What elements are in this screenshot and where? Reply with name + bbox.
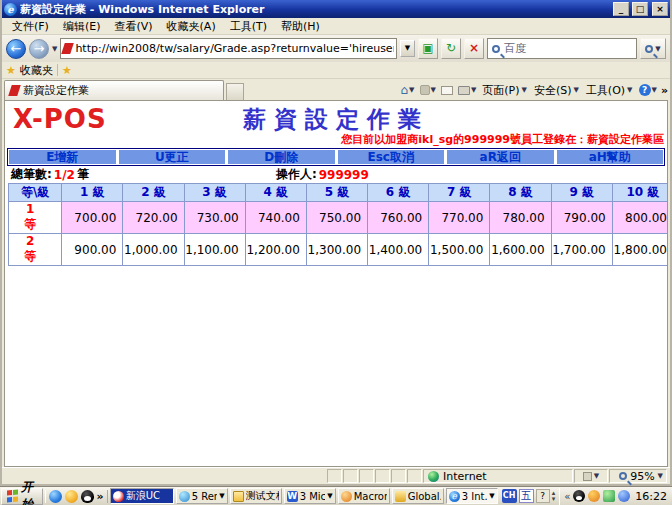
refresh-button[interactable]: ↻ xyxy=(441,38,461,59)
toolbar-button-2[interactable]: D刪除 xyxy=(228,150,335,164)
minimize-button[interactable]: _ xyxy=(613,2,629,16)
quick-launch-chevron[interactable]: » xyxy=(97,490,104,503)
page-title: 薪資設定作業 xyxy=(5,104,667,135)
column-header-4: 4 級 xyxy=(245,184,306,202)
tools-menu-button[interactable]: 工具(O)▼ xyxy=(584,83,635,98)
address-bar[interactable]: http://win2008/tw/salary/Grade.asp?retur… xyxy=(60,38,397,59)
taskbar-button-3[interactable]: W3 Mic...▼ xyxy=(284,488,336,504)
zone-label: Internet xyxy=(443,470,487,483)
home-button[interactable]: ⌂▼ xyxy=(399,83,415,97)
home-icon: ⌂ xyxy=(400,83,408,97)
toolbar-button-4[interactable]: aR返回 xyxy=(447,150,554,164)
system-tray: « 16:22 xyxy=(559,488,671,505)
table-row-0[interactable]: 1 等700.00720.00730.00740.00750.00760.007… xyxy=(9,202,669,234)
language-options-handle[interactable]: ▴▾ xyxy=(552,490,556,502)
print-button[interactable]: ▼ xyxy=(457,86,477,95)
menu-item-1[interactable]: 编辑(E) xyxy=(57,18,107,35)
tray-orange-icon[interactable] xyxy=(588,490,600,502)
url-text[interactable]: http://win2008/tw/salary/Grade.asp?retur… xyxy=(75,42,394,55)
toolbar-button-0[interactable]: E增新 xyxy=(9,150,116,164)
table-row-1[interactable]: 2 等900.001,000.001,100.001,200.001,300.0… xyxy=(9,234,669,266)
compatibility-view-icon[interactable]: ▣ xyxy=(418,38,438,59)
menu-item-5[interactable]: 帮助(H) xyxy=(275,18,326,35)
toolbar-button-5[interactable]: aH幫助 xyxy=(557,150,664,164)
tray-qq-icon[interactable] xyxy=(573,490,585,502)
quick-launch: » xyxy=(45,490,108,503)
safety-menu-button[interactable]: 安全(S)▼ xyxy=(532,83,581,98)
quick-launch-qq-icon[interactable] xyxy=(81,490,94,503)
value-cell-0: 900.00 xyxy=(62,234,123,266)
taskbar-button-5[interactable]: Global... xyxy=(392,488,444,504)
new-tab-button[interactable] xyxy=(226,83,244,100)
search-go-button[interactable]: ▼ xyxy=(640,38,666,59)
status-cell xyxy=(375,469,390,483)
page-menu-button[interactable]: 页面(P)▼ xyxy=(480,83,529,98)
search-input[interactable]: 百度 xyxy=(487,38,637,59)
taskbar-button-6[interactable]: e3 Int...▼ xyxy=(446,488,498,504)
tab-salary-setting[interactable]: 薪資設定作業 xyxy=(4,80,224,100)
value-cell-9: 800.00 xyxy=(612,202,668,234)
search-options-icon[interactable]: ▼ xyxy=(655,45,660,53)
history-dropdown-icon[interactable]: ▼ xyxy=(52,45,57,53)
taskbar-button-0[interactable]: 新浪UC xyxy=(110,488,174,504)
favorites-button[interactable]: 收藏夹 xyxy=(20,63,53,78)
forward-button[interactable]: → xyxy=(29,39,49,59)
menu-item-2[interactable]: 查看(V) xyxy=(108,18,158,35)
tray-green-icon[interactable] xyxy=(603,490,615,502)
tray-blue-icon[interactable] xyxy=(618,490,630,502)
taskbar-button-label: Global... xyxy=(408,491,441,502)
command-overflow-chevron[interactable]: » xyxy=(661,84,668,97)
menu-item-3[interactable]: 收藏夹(A) xyxy=(161,18,222,35)
tab-bar: 薪資設定作業 ⌂▼ ▼ ▼ 页面(P)▼ 安全(S)▼ 工具(O)▼ ?▼ » xyxy=(2,79,670,100)
column-header-2: 2 級 xyxy=(123,184,184,202)
taskbar-button-2[interactable]: 测试文档 xyxy=(230,488,282,504)
feeds-button[interactable]: ▼ xyxy=(419,85,437,95)
maximize-button[interactable]: □ xyxy=(632,2,648,16)
macromedia-icon xyxy=(341,491,352,502)
grade-cell: 1 等 xyxy=(9,202,62,234)
search-icon xyxy=(492,45,500,53)
start-button[interactable]: 开始 xyxy=(1,488,43,505)
print-dropdown-icon[interactable]: ▼ xyxy=(471,86,476,94)
read-mail-button[interactable] xyxy=(440,86,454,95)
taskbar-button-1[interactable]: 5 Rem...▼ xyxy=(176,488,228,504)
folder-icon xyxy=(233,491,244,502)
quick-launch-ie-icon[interactable] xyxy=(49,490,62,503)
quick-launch-uc-icon[interactable] xyxy=(65,490,78,503)
tab-title: 薪資設定作業 xyxy=(23,83,89,98)
tray-expand-chevron[interactable]: « xyxy=(564,491,570,502)
protected-mode-cell[interactable]: ▼ xyxy=(574,469,608,483)
language-help-button[interactable]: ? xyxy=(536,489,550,503)
address-dropdown-icon[interactable]: ▼ xyxy=(400,40,415,57)
value-cell-9: 1,800.00 xyxy=(612,234,668,266)
stop-button[interactable]: × xyxy=(464,38,484,59)
grade-cell: 2 等 xyxy=(9,234,62,266)
help-menu-button[interactable]: ?▼ xyxy=(638,84,658,96)
toolbar-button-3[interactable]: Esc取消 xyxy=(338,150,445,164)
taskbar-button-label: 新浪UC xyxy=(126,489,171,503)
language-indicator[interactable]: CH xyxy=(502,489,517,503)
back-button[interactable]: ← xyxy=(6,39,26,59)
add-favorite-icon[interactable]: ★ xyxy=(62,64,72,77)
zoom-control[interactable]: 95% ▼ xyxy=(609,469,667,483)
value-cell-8: 1,700.00 xyxy=(551,234,612,266)
feeds-dropdown-icon[interactable]: ▼ xyxy=(431,86,436,94)
menu-item-0[interactable]: 文件(F) xyxy=(6,18,55,35)
value-cell-4: 1,300.00 xyxy=(306,234,367,266)
printer-icon xyxy=(458,86,470,95)
menu-item-4[interactable]: 工具(T) xyxy=(224,18,273,35)
home-dropdown-icon[interactable]: ▼ xyxy=(409,86,414,94)
value-cell-1: 1,000.00 xyxy=(123,234,184,266)
group-dropdown-icon: ▼ xyxy=(219,492,224,500)
ie-logo-icon: e xyxy=(4,3,17,16)
start-label: 开始 xyxy=(21,479,37,505)
close-button[interactable]: × xyxy=(652,2,668,16)
toolbar-button-1[interactable]: U更正 xyxy=(119,150,226,164)
taskbar-button-4[interactable]: Macrom... xyxy=(338,488,390,504)
taskbar-button-label: 测试文档 xyxy=(246,489,279,503)
keyboard-layout-icon[interactable]: 五 xyxy=(519,489,534,503)
value-cell-0: 700.00 xyxy=(62,202,123,234)
taskbar-button-label: Macrom... xyxy=(354,491,387,502)
navigation-bar: ← → ▼ http://win2008/tw/salary/Grade.asp… xyxy=(2,35,670,62)
status-bar: Internet ▼ 95% ▼ xyxy=(2,467,670,484)
